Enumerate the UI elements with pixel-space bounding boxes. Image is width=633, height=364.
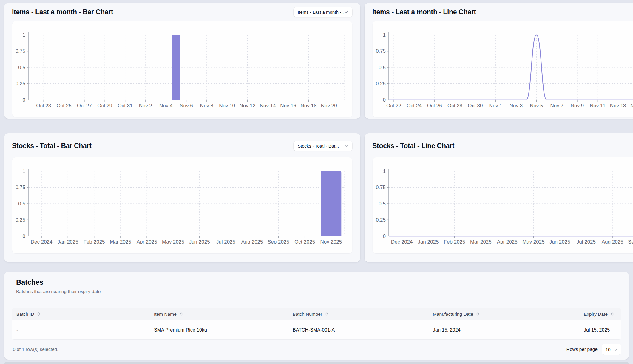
svg-text:Dec 2024: Dec 2024 <box>31 239 53 245</box>
svg-text:Nov 11: Nov 11 <box>590 103 606 109</box>
svg-text:Nov 1: Nov 1 <box>489 103 502 109</box>
svg-text:Mar 2025: Mar 2025 <box>470 239 492 245</box>
rows-per-page-label: Rows per page <box>566 347 598 352</box>
stocks-line-chart: 00.250.50.751Dec 2024Jan 2025Feb 2025Mar… <box>373 157 633 253</box>
svg-text:1: 1 <box>23 168 25 174</box>
table-cell: Jan 15, 2024 <box>428 327 579 333</box>
svg-text:0.75: 0.75 <box>376 48 386 54</box>
svg-text:1: 1 <box>383 32 386 38</box>
svg-text:May 2025: May 2025 <box>162 239 184 245</box>
card-header: Stocks - Total - Line Chart <box>365 133 633 151</box>
svg-text:Sep 2025: Sep 2025 <box>268 239 289 245</box>
table-cell: SMA Premium Rice 10kg <box>149 327 288 333</box>
svg-text:Apr 2025: Apr 2025 <box>137 239 157 245</box>
table-cell: BATCH-SMA-001-A <box>288 327 428 333</box>
svg-text:Nov 12: Nov 12 <box>240 103 256 109</box>
svg-text:Sep 2025: Sep 2025 <box>628 239 633 245</box>
stocks-bar-chart: 00.250.50.751Dec 2024Jan 2025Feb 2025Mar… <box>12 157 352 253</box>
column-header-label: Item Name <box>154 312 177 317</box>
chart-selector-value: Stocks - Total - Bar... <box>298 143 339 148</box>
svg-text:0.25: 0.25 <box>16 217 25 223</box>
svg-text:Oct 28: Oct 28 <box>447 103 462 109</box>
chevrons-up-down-sort-icon <box>610 312 614 316</box>
next-section-edge <box>4 362 629 364</box>
svg-text:0: 0 <box>383 233 386 239</box>
chevrons-up-down-sort-icon <box>37 312 41 316</box>
column-header-label: Manufacturing Date <box>433 312 473 317</box>
batches-table-row[interactable]: -SMA Premium Rice 10kgBATCH-SMA-001-AJan… <box>12 320 621 340</box>
card-header: Stocks - Total - Bar Chart Stocks - Tota… <box>4 133 360 151</box>
svg-text:Jul 2025: Jul 2025 <box>216 239 235 245</box>
svg-text:Jan 2025: Jan 2025 <box>418 239 439 245</box>
svg-text:Nov 15: Nov 15 <box>630 103 633 109</box>
column-header-batch-id[interactable]: Batch ID <box>12 312 149 317</box>
svg-text:0.5: 0.5 <box>379 201 386 207</box>
chart-panel: 00.250.50.751Oct 23Oct 25Oct 27Oct 29Oct… <box>12 21 352 117</box>
svg-text:Oct 27: Oct 27 <box>77 103 92 109</box>
card-items-bar-chart: Items - Last a month - Bar Chart Items -… <box>4 3 360 119</box>
table-cell: - <box>12 327 149 333</box>
card-title-stocks-line: Stocks - Total - Line Chart <box>372 141 454 151</box>
batches-subtitle: Batches that are nearing their expiry da… <box>16 289 621 295</box>
svg-text:0.25: 0.25 <box>376 217 386 223</box>
column-header-batch-number[interactable]: Batch Number <box>288 312 428 317</box>
svg-text:Oct 25: Oct 25 <box>57 103 72 109</box>
svg-text:May 2025: May 2025 <box>522 239 545 245</box>
chart-selector-value: Items - Last a month -.. <box>298 10 344 15</box>
svg-text:0: 0 <box>23 97 25 103</box>
svg-text:Nov 20: Nov 20 <box>321 103 337 109</box>
svg-text:Nov 3: Nov 3 <box>510 103 523 109</box>
column-header-item-name[interactable]: Item Name <box>149 312 288 317</box>
svg-text:Nov 2025: Nov 2025 <box>320 239 342 245</box>
batches-table-footer: 0 of 1 row(s) selected. Rows per page 10 <box>12 344 621 355</box>
column-header-label: Batch ID <box>16 312 34 317</box>
svg-text:Dec 2024: Dec 2024 <box>391 239 413 245</box>
svg-text:0: 0 <box>383 97 386 103</box>
batches-header-row: Batch IDItem NameBatch NumberManufacturi… <box>12 308 621 320</box>
svg-text:Nov 13: Nov 13 <box>610 103 626 109</box>
chart-panel: 00.250.50.751Dec 2024Jan 2025Feb 2025Mar… <box>373 157 633 253</box>
card-batches: Batches Batches that are nearing their e… <box>4 272 629 360</box>
card-stocks-line-chart: Stocks - Total - Line Chart 00.250.50.75… <box>365 133 633 262</box>
svg-text:Feb 2025: Feb 2025 <box>444 239 465 245</box>
svg-text:0.5: 0.5 <box>18 201 25 207</box>
svg-text:Oct 31: Oct 31 <box>118 103 132 109</box>
column-header-expiry-date[interactable]: Expiry Date <box>579 312 621 317</box>
card-title-stocks-bar: Stocks - Total - Bar Chart <box>12 141 92 151</box>
svg-text:Jun 2025: Jun 2025 <box>189 239 210 245</box>
table-cell: Jul 15, 2025 <box>579 327 621 333</box>
svg-text:Nov 7: Nov 7 <box>550 103 563 109</box>
column-header-manufacturing-date[interactable]: Manufacturing Date <box>428 312 579 317</box>
batches-title: Batches <box>16 278 621 287</box>
svg-text:Nov 2: Nov 2 <box>139 103 152 109</box>
chevron-down-icon <box>614 348 617 351</box>
svg-text:Jul 2025: Jul 2025 <box>577 239 596 245</box>
card-header: Items - Last a month - Line Chart <box>365 3 633 17</box>
svg-text:0.75: 0.75 <box>376 185 386 190</box>
svg-text:Jan 2025: Jan 2025 <box>57 239 78 245</box>
chevrons-up-down-sort-icon <box>476 312 480 316</box>
rows-per-page: Rows per page 10 <box>566 344 621 355</box>
svg-text:Oct 29: Oct 29 <box>97 103 112 109</box>
svg-text:Apr 2025: Apr 2025 <box>497 239 518 245</box>
svg-text:Nov 4: Nov 4 <box>159 103 172 109</box>
card-items-line-chart: Items - Last a month - Line Chart 00.250… <box>365 3 633 119</box>
items-line-chart: 00.250.50.751Oct 22Oct 24Oct 26Oct 28Oct… <box>373 21 633 117</box>
svg-text:Oct 24: Oct 24 <box>407 103 422 109</box>
chart-panel: 00.250.50.751Oct 22Oct 24Oct 26Oct 28Oct… <box>373 21 633 117</box>
svg-text:Aug 2025: Aug 2025 <box>602 239 623 245</box>
card-title-items-line: Items - Last a month - Line Chart <box>372 7 476 17</box>
svg-text:1: 1 <box>383 168 386 174</box>
chart-panel: 00.250.50.751Dec 2024Jan 2025Feb 2025Mar… <box>12 157 352 253</box>
card-header: Items - Last a month - Bar Chart Items -… <box>4 3 360 17</box>
svg-text:Oct 2025: Oct 2025 <box>294 239 315 245</box>
column-header-label: Batch Number <box>293 312 322 317</box>
rows-per-page-select[interactable]: 10 <box>602 344 621 355</box>
chart-selector-dropdown-stocks[interactable]: Stocks - Total - Bar... <box>294 141 352 151</box>
chart-selector-dropdown-items[interactable]: Items - Last a month -.. <box>294 7 352 17</box>
svg-text:Nov 18: Nov 18 <box>300 103 316 109</box>
svg-text:0.5: 0.5 <box>18 65 25 70</box>
svg-text:Nov 5: Nov 5 <box>530 103 543 109</box>
svg-text:0.75: 0.75 <box>16 185 25 190</box>
svg-text:0: 0 <box>23 233 25 239</box>
